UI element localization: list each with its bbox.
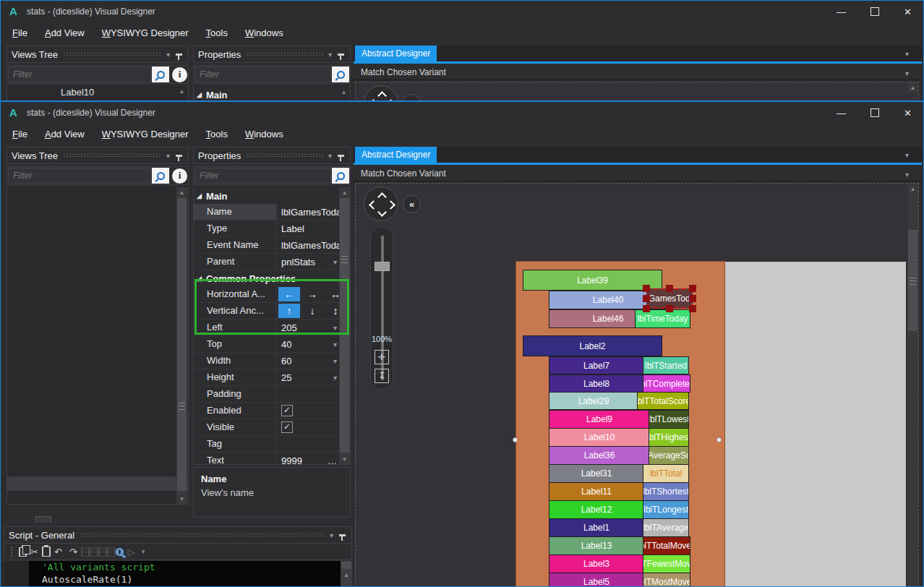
designer-scrollbar[interactable]: ▲: [907, 184, 918, 586]
redo-icon[interactable]: ↷: [66, 544, 81, 559]
prop-row-vertical-anchor[interactable]: Vertical Anc... ↑ ↓ ↕: [194, 303, 350, 320]
run-icon[interactable]: ▷: [124, 544, 139, 559]
tree-item[interactable]: [7, 260, 188, 274]
tree-item[interactable]: [7, 231, 188, 245]
scroll-up-icon[interactable]: ▲: [176, 187, 187, 197]
outdent-icon[interactable]: [98, 547, 107, 557]
scroll-up-icon[interactable]: ▲: [907, 184, 918, 194]
tree-item[interactable]: [7, 476, 188, 491]
checkbox[interactable]: ✓: [281, 405, 293, 416]
prop-row-tag[interactable]: Tag: [194, 436, 350, 453]
prop-row-left[interactable]: Left 205 ▾: [194, 320, 350, 336]
menu-windows[interactable]: Windows: [236, 25, 292, 41]
filter-input[interactable]: [8, 67, 151, 82]
panel-menu-icon[interactable]: ▾: [328, 51, 332, 59]
doc-tab[interactable]: [21, 517, 35, 523]
scroll-up-icon[interactable]: ▲: [339, 187, 350, 197]
tree-item[interactable]: [7, 375, 188, 390]
uncomment-icon[interactable]: [90, 547, 98, 557]
tree-item[interactable]: [7, 288, 188, 303]
tree-item[interactable]: [7, 346, 188, 361]
tree-item[interactable]: [7, 404, 188, 419]
prop-row-horizontal-anchor[interactable]: Horizontal A... ← → ↔: [194, 286, 350, 303]
chevron-down-icon[interactable]: ▾: [333, 357, 337, 365]
tree-item[interactable]: [7, 317, 188, 332]
filter-input[interactable]: [194, 168, 331, 184]
pin-icon[interactable]: [338, 155, 344, 157]
search-button[interactable]: [332, 67, 349, 82]
tree-item[interactable]: [7, 419, 188, 433]
menu-windows[interactable]: Windows: [236, 126, 292, 142]
menu-add-view[interactable]: Add View: [36, 25, 93, 41]
pin-icon[interactable]: [339, 534, 346, 536]
tree-item[interactable]: [7, 245, 188, 260]
undo-icon[interactable]: ↶: [51, 544, 66, 559]
tree-item[interactable]: [7, 303, 188, 317]
tree-item[interactable]: [7, 361, 188, 375]
selection-handle[interactable]: [666, 285, 673, 292]
close-button[interactable]: ✕: [891, 1, 924, 22]
prop-row-width[interactable]: Width 60 ▾: [194, 353, 350, 369]
prop-row-parent[interactable]: Parent pnlStats ▾: [194, 254, 350, 270]
tree-item[interactable]: [7, 216, 188, 231]
selection-handle[interactable]: [643, 295, 650, 302]
search-button[interactable]: [152, 67, 169, 82]
prop-row-padding[interactable]: Padding: [194, 386, 350, 403]
prop-row-event-name[interactable]: Event Name lblGamesToday: [194, 237, 350, 254]
doc-tab[interactable]: [35, 516, 51, 523]
tree-item[interactable]: Label10: [7, 85, 188, 100]
menu-file[interactable]: File: [4, 126, 36, 142]
indent-icon[interactable]: [107, 547, 116, 557]
tree-item[interactable]: [7, 462, 188, 476]
tab-list-dropdown-icon[interactable]: ▾: [905, 151, 909, 159]
resize-handle-left[interactable]: [513, 437, 518, 442]
scrollbar-thumb[interactable]: [340, 198, 349, 453]
selection-handle[interactable]: [643, 305, 650, 312]
selection-handle[interactable]: [689, 285, 696, 292]
comment-icon[interactable]: [81, 547, 90, 557]
anchor-left-button[interactable]: ←: [278, 287, 300, 301]
tree-item[interactable]: [7, 202, 188, 216]
toolbar-overflow-icon[interactable]: ▾: [139, 544, 147, 559]
panel-menu-icon[interactable]: ▾: [166, 51, 170, 59]
pin-icon[interactable]: [176, 155, 182, 157]
views-tree-scrollbar[interactable]: ▲ ▼: [176, 187, 187, 504]
anchor-bottom-button[interactable]: ↓: [301, 304, 323, 318]
scrollbar-thumb[interactable]: [177, 198, 187, 491]
variant-selector[interactable]: Match Chosen Variant ▾: [354, 64, 922, 80]
tree-item[interactable]: [7, 187, 188, 202]
search-button[interactable]: [152, 168, 169, 184]
menu-tools[interactable]: Tools: [197, 126, 236, 142]
resize-handle-right[interactable]: [716, 437, 722, 442]
export-view-button[interactable]: ↧: [375, 369, 389, 383]
copy-icon[interactable]: [19, 547, 27, 557]
prop-row-text[interactable]: Text 9999 …: [194, 453, 350, 465]
selection-handle[interactable]: [643, 285, 650, 292]
panel-menu-icon[interactable]: ▾: [328, 152, 332, 160]
zoom-slider-thumb[interactable]: [375, 262, 390, 271]
prop-row-name[interactable]: Name lblGamesToday: [194, 204, 350, 220]
find-icon[interactable]: [116, 548, 124, 556]
scroll-down-icon[interactable]: ▼: [176, 494, 187, 504]
prop-row-top[interactable]: Top 40 ▾: [194, 336, 350, 353]
prop-row-type[interactable]: Type Label: [194, 220, 350, 237]
menu-add-view[interactable]: Add View: [36, 126, 93, 142]
menu-file[interactable]: File: [4, 25, 36, 41]
paste-icon[interactable]: [42, 547, 51, 557]
menu-wysiwyg-designer[interactable]: WYSIWYG Designer: [93, 126, 197, 142]
anchor-top-button[interactable]: ↑: [278, 304, 300, 318]
tree-item[interactable]: [7, 433, 188, 447]
filter-input[interactable]: [194, 67, 331, 82]
tree-item[interactable]: [7, 274, 188, 288]
minimize-button[interactable]: —: [825, 1, 857, 22]
maximize-button[interactable]: [858, 102, 891, 124]
info-button[interactable]: i: [172, 168, 187, 184]
prop-row-visible[interactable]: Visible ✓: [194, 419, 350, 436]
selection-handle[interactable]: [689, 305, 696, 312]
editor-scrollbar[interactable]: ▲: [341, 561, 352, 587]
scroll-down-icon[interactable]: ▼: [339, 454, 350, 464]
checkbox[interactable]: ✓: [281, 421, 293, 433]
maximize-button[interactable]: [858, 1, 891, 22]
tab-list-dropdown-icon[interactable]: ▾: [905, 50, 909, 58]
prop-row-enabled[interactable]: Enabled ✓: [194, 403, 350, 419]
